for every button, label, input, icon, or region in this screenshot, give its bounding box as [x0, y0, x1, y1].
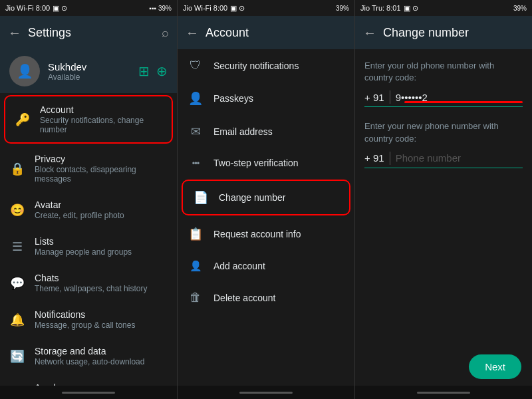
notifications-sublabel: Message, group & call tones — [35, 321, 168, 330]
chats-item-text: Chats Theme, wallpapers, chat history — [35, 273, 168, 293]
nav-bar-3 — [355, 386, 532, 399]
account-item-deleteaccount[interactable]: 🗑 Delete account — [178, 281, 354, 314]
nav-indicator-3 — [417, 392, 470, 394]
deleteaccount-label: Delete account — [213, 293, 275, 303]
nav-indicator-1 — [62, 392, 115, 394]
chats-sublabel: Theme, wallpapers, chat history — [35, 284, 168, 293]
nav-bar-1 — [0, 386, 177, 399]
new-country-code: + 91 — [364, 152, 384, 164]
next-button[interactable]: Next — [469, 354, 521, 379]
carrier-left-2: Jio Wi-Fi 8:00 ▣ ⊙ — [183, 4, 245, 13]
lists-icon: ☰ — [9, 239, 25, 254]
input-divider-2 — [390, 152, 390, 165]
status-bar-panel1: Jio Wi-Fi 8:00 ▣ ⊙ ▪▪▪ 39% — [0, 0, 177, 16]
old-number-input-row[interactable]: + 91 9••••••2 — [364, 90, 523, 107]
avatar-icon: 😊 — [9, 203, 25, 217]
sidebar-item-privacy[interactable]: 🔒 Privacy Block contacts, disappearing m… — [0, 146, 177, 192]
sidebar-item-language[interactable]: 🌐 App language English (device's languag… — [0, 374, 177, 386]
old-country-code: + 91 — [364, 92, 384, 103]
battery-right-2: 39% — [336, 5, 349, 12]
account-item-twostep[interactable]: ••• Two-step verification — [178, 148, 354, 178]
new-number-input-row[interactable]: + 91 Phone number — [364, 152, 523, 168]
status-bar-panel2: Jio Wi-Fi 8:00 ▣ ⊙ 39% — [178, 0, 354, 16]
email-label: Email address — [213, 126, 273, 137]
passkeys-label: Passkeys — [213, 93, 253, 104]
notifications-icon: 🔔 — [9, 313, 25, 327]
battery-text-3: 39% — [513, 5, 527, 12]
lists-item-text: Lists Manage people and groups — [35, 236, 168, 257]
red-annotation-line — [404, 101, 523, 103]
nav-bar-2 — [178, 386, 354, 399]
sidebar-item-avatar[interactable]: 😊 Avatar Create, edit, profile photo — [0, 192, 177, 228]
privacy-sublabel: Block contacts, disappearing messages — [35, 165, 168, 184]
lists-sublabel: Manage people and groups — [35, 247, 168, 257]
account-item-addaccount[interactable]: 👤 Add account — [178, 251, 354, 281]
privacy-label: Privacy — [35, 154, 168, 164]
changenumber-highlight-border: 📄 Change number — [182, 180, 350, 215]
privacy-item-text: Privacy Block contacts, disappearing mes… — [35, 154, 168, 184]
chats-icon: 💬 — [9, 276, 25, 291]
email-icon: ✉ — [187, 124, 204, 139]
avatar-item-text: Avatar Create, edit, profile photo — [35, 200, 168, 220]
addaccount-label: Add account — [213, 261, 265, 271]
avatar-sublabel: Create, edit, profile photo — [35, 211, 168, 220]
account-item-requestinfo[interactable]: 📋 Request account info — [178, 217, 354, 251]
new-phone-placeholder[interactable]: Phone number — [396, 152, 523, 164]
profile-name: Sukhdev — [48, 61, 130, 72]
sidebar-item-account[interactable]: 🔑 Account Security notifications, change… — [5, 96, 172, 142]
notifications-item-text: Notifications Message, group & call tone… — [35, 309, 168, 330]
account-icon: 🔑 — [15, 112, 31, 127]
account-item-email[interactable]: ✉ Email address — [178, 115, 354, 148]
changenumber-icon: 📄 — [192, 190, 209, 205]
avatar: 👤 — [9, 56, 40, 86]
back-button-account[interactable]: ← — [186, 25, 199, 41]
privacy-icon: 🔒 — [9, 162, 25, 176]
changenumber-title: Change number — [383, 26, 524, 40]
new-number-instruction: Enter your new phone number with country… — [364, 120, 523, 144]
qr-icon[interactable]: ⊞ — [138, 63, 150, 79]
language-label: App language — [35, 382, 168, 386]
storage-label: Storage and data — [35, 346, 168, 356]
profile-action-icons: ⊞ ⊕ — [138, 63, 168, 79]
sidebar-item-lists[interactable]: ☰ Lists Manage people and groups — [0, 228, 177, 265]
changenumber-label: Change number — [219, 192, 285, 203]
account-item-changenumber[interactable]: 📄 Change number — [183, 181, 349, 214]
lists-label: Lists — [35, 236, 168, 247]
status-icons: ▣ ⊙ — [53, 4, 67, 13]
back-button-settings[interactable]: ← — [8, 25, 21, 41]
add-profile-icon[interactable]: ⊕ — [156, 63, 168, 79]
account-item-text: Account Security notifications, change n… — [40, 104, 162, 134]
status-icons-2: ▣ ⊙ — [230, 4, 245, 13]
sidebar-item-chats[interactable]: 💬 Chats Theme, wallpapers, chat history — [0, 265, 177, 301]
account-panel: Jio Wi-Fi 8:00 ▣ ⊙ 39% ← Account 🛡 Secur… — [178, 0, 355, 399]
account-item-passkeys[interactable]: 👤 Passkeys — [178, 82, 354, 115]
settings-title: Settings — [28, 26, 155, 40]
twostep-label: Two-step verification — [213, 158, 299, 168]
carrier-text: Jio Wi-Fi 8:00 — [5, 4, 50, 12]
account-item-security[interactable]: 🛡 Security notifications — [178, 49, 354, 82]
back-button-changenumber[interactable]: ← — [363, 25, 376, 41]
carrier-left-3: Jio Tru: 8:01 ▣ ⊙ — [360, 4, 418, 13]
account-highlight-border: 🔑 Account Security notifications, change… — [4, 95, 173, 144]
storage-sublabel: Network usage, auto-download — [35, 357, 168, 366]
avatar-emoji: 👤 — [17, 63, 33, 79]
avatar-label: Avatar — [35, 200, 168, 210]
status-icons-3: ▣ ⊙ — [404, 4, 418, 13]
battery-text: 39% — [158, 5, 172, 12]
sidebar-item-notifications[interactable]: 🔔 Notifications Message, group & call to… — [0, 301, 177, 338]
battery-text-2: 39% — [336, 5, 349, 12]
language-icon: 🌐 — [9, 386, 25, 386]
profile-section[interactable]: 👤 Sukhdev Available ⊞ ⊕ — [0, 49, 177, 93]
sidebar-item-storage[interactable]: 🔄 Storage and data Network usage, auto-d… — [0, 338, 177, 374]
settings-topbar: ← Settings ⌕ — [0, 16, 177, 49]
search-button-settings[interactable]: ⌕ — [162, 26, 169, 40]
input-divider — [390, 90, 390, 104]
changenumber-topbar: ← Change number — [355, 16, 532, 49]
account-sublabel: Security notifications, change number — [40, 116, 162, 134]
nav-indicator-2 — [239, 392, 293, 394]
account-title: Account — [205, 26, 346, 40]
signal-text: ▪▪▪ — [149, 5, 156, 12]
deleteaccount-icon: 🗑 — [187, 291, 204, 305]
security-icon: 🛡 — [187, 59, 204, 72]
security-label: Security notifications — [213, 61, 299, 71]
